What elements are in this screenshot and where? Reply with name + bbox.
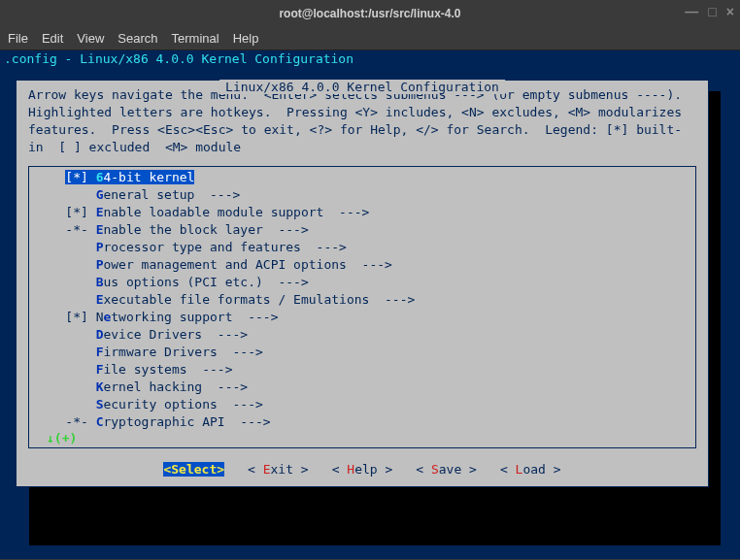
load-button[interactable]: < Load > xyxy=(500,462,561,477)
panel-title: Linux/x86 4.0.0 Kernel Configuration xyxy=(219,80,505,94)
menu-item-firmware[interactable]: Firmware Drivers ---> xyxy=(29,344,695,361)
menu-file[interactable]: File xyxy=(8,31,28,46)
window-controls: — □ × xyxy=(685,4,734,19)
menu-search[interactable]: Search xyxy=(118,31,157,46)
menu-item-modules[interactable]: [*] Enable loadable module support ---> xyxy=(29,204,695,221)
terminal-area: .config - Linux/x86 4.0.0 Kernel Configu… xyxy=(0,50,740,559)
menu-item-block[interactable]: -*- Enable the block layer ---> xyxy=(29,221,695,239)
config-panel: Linux/x86 4.0.0 Kernel Configuration Arr… xyxy=(16,80,709,487)
maximize-icon[interactable]: □ xyxy=(708,4,716,19)
menu-terminal[interactable]: Terminal xyxy=(172,31,219,46)
menu-item-device[interactable]: Device Drivers ---> xyxy=(29,326,695,344)
minimize-icon[interactable]: — xyxy=(685,4,698,19)
menu-item-64bit[interactable]: [*] 64-bit kernel xyxy=(29,169,695,186)
menu-help[interactable]: Help xyxy=(233,31,259,46)
config-topline: .config - Linux/x86 4.0.0 Kernel Configu… xyxy=(0,50,740,68)
menu-item-general[interactable]: General setup ---> xyxy=(29,186,695,204)
instructions-text: Arrow keys navigate the menu. <Enter> se… xyxy=(28,86,696,156)
menu-item-security[interactable]: Security options ---> xyxy=(29,396,695,413)
menu-item-exec[interactable]: Executable file formats / Emulations ---… xyxy=(29,291,695,309)
menu-item-net[interactable]: [*] Networking support ---> xyxy=(29,309,695,326)
menu-item-fs[interactable]: File systems ---> xyxy=(29,361,695,379)
exit-button[interactable]: < Exit > xyxy=(248,462,309,477)
window-title: root@localhost:/usr/src/linux-4.0 xyxy=(279,7,460,20)
window-titlebar: root@localhost:/usr/src/linux-4.0 — □ × xyxy=(0,0,740,27)
menu-item-bus[interactable]: Bus options (PCI etc.) ---> xyxy=(29,274,695,291)
menu-edit[interactable]: Edit xyxy=(42,31,63,46)
menu-item-processor[interactable]: Processor type and features ---> xyxy=(29,239,695,256)
help-button[interactable]: < Help > xyxy=(332,462,393,477)
select-button[interactable]: <Select> xyxy=(163,462,224,477)
menu-item-power[interactable]: Power management and ACPI options ---> xyxy=(29,256,695,274)
menu-item-crypto[interactable]: -*- Cryptographic API ---> xyxy=(29,413,695,431)
menu-list[interactable]: [*] 64-bit kernel General setup ---> [*]… xyxy=(28,166,696,448)
menu-item-kernel-hack[interactable]: Kernel hacking ---> xyxy=(29,379,695,396)
menu-view[interactable]: View xyxy=(77,31,104,46)
app-menubar: File Edit View Search Terminal Help xyxy=(0,27,740,50)
button-row: <Select> < Exit > < Help > < Save > < Lo… xyxy=(28,462,696,477)
save-button[interactable]: < Save > xyxy=(416,462,477,477)
scroll-more-icon: ↓(+) xyxy=(29,431,695,445)
close-icon[interactable]: × xyxy=(726,4,734,19)
